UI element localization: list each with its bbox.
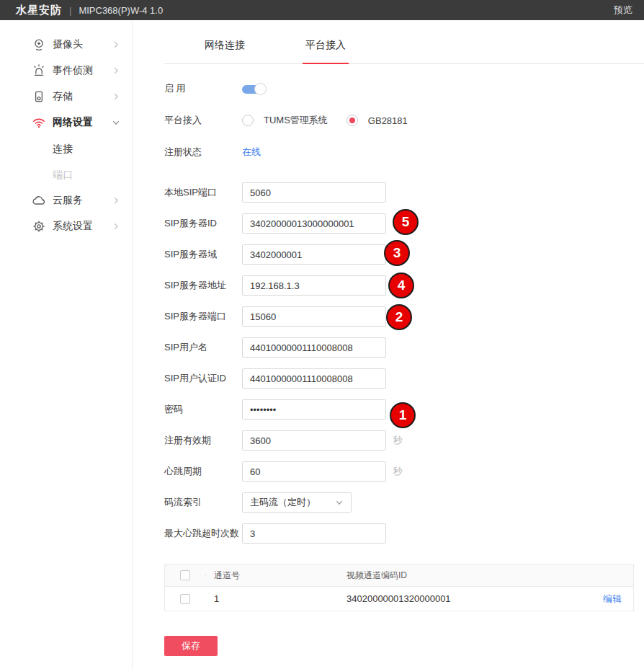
stream-index-value: 主码流（定时） — [250, 496, 316, 509]
sidebar-subitem-connection[interactable]: 连接 — [0, 136, 132, 161]
chevron-right-icon — [112, 40, 120, 49]
platform-label: 平台接入 — [164, 114, 242, 127]
radio-option-tums[interactable]: TUMS管理系统 — [242, 114, 328, 127]
field-label: SIP用户名 — [164, 341, 242, 354]
registration-status-row: 注册状态 在线 — [164, 142, 644, 162]
field-label: SIP服务器ID — [164, 217, 242, 230]
alarm-icon — [32, 63, 46, 78]
registration-expiry-input[interactable] — [242, 430, 386, 451]
radio-label: GB28181 — [368, 115, 408, 126]
registration-status-value[interactable]: 在线 — [242, 146, 261, 159]
field-label: 本地SIP端口 — [164, 186, 242, 199]
field-label: 心跳周期 — [164, 465, 242, 478]
table-header-checkbox-cell — [165, 570, 205, 580]
save-button[interactable]: 保存 — [164, 636, 218, 656]
chevron-down-icon — [112, 118, 120, 127]
platform-access-form: 启 用 平台接入 TUMS管理系统 — [164, 79, 644, 656]
row-checkbox-cell — [165, 594, 205, 604]
field-row: SIP用户名 — [164, 337, 644, 358]
sip-username-input[interactable] — [242, 337, 386, 358]
local-sip-port-input[interactable] — [242, 182, 386, 203]
registration-status-label: 注册状态 — [164, 146, 242, 159]
chevron-right-icon — [112, 222, 120, 231]
tab-bar: 网络连接 平台接入 — [164, 35, 644, 64]
max-heartbeat-row: 最大心跳超时次数 — [164, 523, 644, 544]
field-label: SIP服务器域 — [164, 248, 242, 261]
sip-server-domain-input[interactable] — [242, 244, 386, 265]
chevron-down-icon — [335, 498, 344, 507]
brand-logo: 水星安防 — [16, 4, 62, 17]
unit-label: 秒 — [393, 465, 403, 478]
annotation-badge-5: 5 — [393, 209, 419, 235]
main-content: 网络连接 平台接入 启 用 平台接入 — [133, 20, 644, 669]
action-cell: 编辑 — [581, 593, 633, 606]
max-heartbeat-label: 最大心跳超时次数 — [164, 527, 242, 540]
sidebar-item-label: 系统设置 — [53, 220, 112, 233]
unit-label: 秒 — [393, 434, 403, 447]
sidebar-item-network-settings[interactable]: 网络设置 — [0, 110, 132, 136]
field-label: 注册有效期 — [164, 434, 242, 447]
table-header-row: 通道号 视频通道编码ID — [165, 564, 633, 586]
stream-index-select[interactable]: 主码流（定时） — [242, 492, 352, 513]
sidebar-nav: 摄像头 事件侦测 — [0, 20, 133, 669]
field-row: 心跳周期 秒 — [164, 461, 644, 482]
annotation-badge-3: 3 — [384, 240, 410, 266]
max-heartbeat-input[interactable] — [242, 523, 386, 544]
edit-link[interactable]: 编辑 — [603, 593, 622, 604]
gear-icon — [32, 219, 46, 234]
sidebar-item-event-detection[interactable]: 事件侦测 — [0, 58, 132, 84]
camera-icon — [32, 37, 46, 52]
cloud-icon — [32, 193, 46, 208]
password-input[interactable] — [242, 399, 386, 420]
toggle-knob — [254, 83, 267, 95]
field-label: SIP服务器地址 — [164, 279, 242, 292]
annotation-badge-2: 2 — [386, 304, 412, 330]
select-all-checkbox[interactable] — [180, 570, 190, 580]
sip-auth-id-input[interactable] — [242, 368, 386, 389]
app-window: 水星安防 | MIPC368(P)W-4 1.0 预览 摄像头 — [0, 0, 644, 669]
chevron-right-icon — [112, 196, 120, 205]
heartbeat-period-input[interactable] — [242, 461, 386, 482]
enable-row: 启 用 — [164, 79, 644, 99]
platform-radio-group: TUMS管理系统 GB28181 — [242, 114, 408, 127]
channel-table: 通道号 视频通道编码ID 1 34020000001320000001 编辑 — [164, 564, 634, 611]
wifi-icon — [32, 115, 46, 130]
sidebar-item-system-settings[interactable]: 系统设置 — [0, 213, 132, 239]
preview-link[interactable]: 预览 — [614, 4, 632, 17]
sidebar-item-storage[interactable]: 存储 — [0, 84, 132, 110]
row-checkbox[interactable] — [180, 594, 190, 604]
radio-option-gb28181[interactable]: GB28181 — [346, 115, 408, 126]
video-channel-id-cell: 34020000001320000001 — [339, 593, 581, 604]
enable-toggle[interactable] — [242, 83, 268, 95]
radio-label: TUMS管理系统 — [264, 114, 328, 127]
field-row: SIP用户认证ID — [164, 368, 644, 389]
sidebar-item-label: 摄像头 — [53, 38, 112, 51]
tab-platform-access[interactable]: 平台接入 — [303, 35, 349, 63]
sip-server-port-input[interactable] — [242, 306, 386, 327]
field-row: 本地SIP端口 — [164, 182, 644, 203]
radio-unselected-icon[interactable] — [242, 115, 254, 126]
chevron-right-icon — [112, 92, 120, 101]
top-header-bar: 水星安防 | MIPC368(P)W-4 1.0 预览 — [0, 0, 644, 20]
sidebar-subitem-port[interactable]: 端口 — [0, 161, 132, 187]
sidebar-item-label: 存储 — [53, 90, 112, 103]
sidebar-item-camera[interactable]: 摄像头 — [0, 32, 132, 58]
channel-number-header: 通道号 — [205, 570, 339, 582]
sidebar-item-label: 云服务 — [53, 194, 112, 207]
platform-row: 平台接入 TUMS管理系统 GB28181 — [164, 110, 644, 130]
field-label: SIP用户认证ID — [164, 372, 242, 385]
enable-label: 启 用 — [164, 82, 242, 95]
field-label: 密码 — [164, 403, 242, 416]
video-channel-id-header: 视频通道编码ID — [339, 570, 581, 582]
radio-selected-icon[interactable] — [346, 115, 358, 126]
sip-server-id-input[interactable] — [242, 213, 386, 234]
sidebar-item-label: 网络设置 — [53, 116, 112, 129]
sip-server-address-input[interactable] — [242, 275, 386, 296]
annotation-badge-4: 4 — [388, 273, 414, 298]
tab-network-connection[interactable]: 网络连接 — [202, 35, 248, 63]
sidebar-item-cloud-service[interactable]: 云服务 — [0, 187, 132, 213]
sidebar-item-label: 事件侦测 — [53, 64, 112, 77]
field-row: 注册有效期 秒 — [164, 430, 644, 451]
chevron-right-icon — [112, 66, 120, 75]
stream-index-label: 码流索引 — [164, 496, 242, 509]
